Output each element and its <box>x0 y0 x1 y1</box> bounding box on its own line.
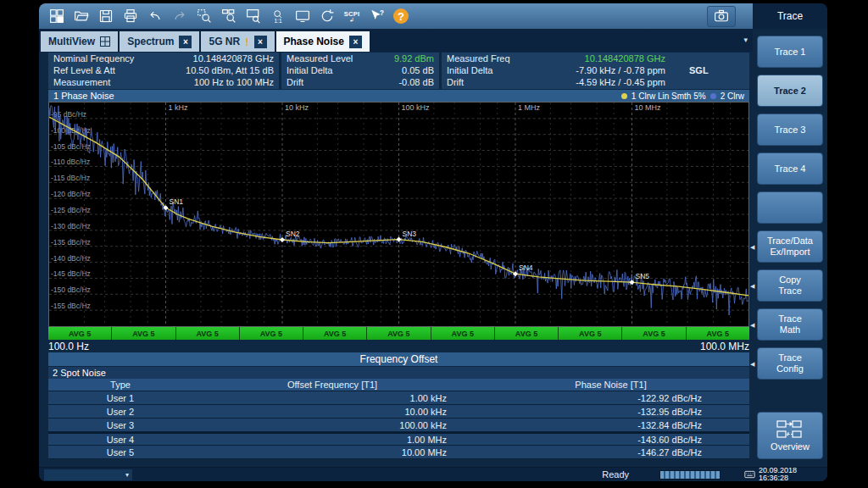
trace1-legend-label: 1 Clrw Lin Smth 5% <box>632 92 706 101</box>
avg-indicator: AVG 5 <box>48 327 112 340</box>
softkey-label: Trace <box>778 286 802 297</box>
softkey-copy-trace[interactable]: ◀CopyTrace <box>757 269 823 302</box>
refresh-icon <box>320 8 335 24</box>
help-icon: ? <box>393 8 409 24</box>
open-folder-icon <box>74 8 89 24</box>
printer-icon <box>123 8 138 24</box>
svg-text:1 MHz: 1 MHz <box>518 103 541 112</box>
avg-indicator: AVG 5 <box>431 327 495 340</box>
info-label: Initial Delta <box>287 65 332 76</box>
context-help-button[interactable]: ? <box>365 6 387 27</box>
spot-noise-title-bar: 2 Spot Noise <box>48 367 749 379</box>
main-area: 1:1 SCPI↲ ? ? MultiView Spectrum × 5G NR… <box>39 3 753 481</box>
svg-text:1 kHz: 1 kHz <box>169 103 189 112</box>
avg-indicator: AVG 5 <box>112 327 175 340</box>
scpi-recorder-button[interactable]: SCPI↲ <box>341 6 363 27</box>
info-panel-measured-freq[interactable]: Measured Freq10.148420878 GHz Initial De… <box>442 53 749 89</box>
save-button[interactable] <box>95 6 117 27</box>
softkey-trace-config[interactable]: ◀TraceConfig <box>757 347 823 380</box>
info-label: Nominal Frequency <box>53 53 134 64</box>
submenu-arrow-icon: ◀ <box>750 319 754 330</box>
start-frequency: 100.0 Hz <box>48 341 89 352</box>
info-panel-frequency[interactable]: Nominal Frequency10.148420878 GHz Ref Le… <box>48 53 279 89</box>
cell-type: User 5 <box>48 447 192 458</box>
softkey-label: Trace 3 <box>775 125 806 136</box>
cell-type: User 1 <box>48 393 192 403</box>
table-row[interactable]: User 2 10.00 kHz -132.95 dBc/Hz <box>48 405 749 419</box>
undo-button[interactable] <box>144 6 166 27</box>
info-label: Ref Level & Att <box>53 65 115 76</box>
cell-type: User 4 <box>48 435 192 445</box>
info-value: -4.59 kHz / -0.45 ppm <box>531 77 665 88</box>
analyzer-screen: 1:1 SCPI↲ ? ? MultiView Spectrum × 5G NR… <box>39 3 827 481</box>
table-row[interactable]: User 3 100.00 kHz -132.84 dBc/Hz <box>48 419 749 432</box>
cell-offset: 10.00 MHz <box>192 447 472 458</box>
column-header-noise: Phase Noise [T1] <box>472 380 749 390</box>
zoom-overview-button[interactable] <box>242 6 264 27</box>
tab-label: 5G NR <box>209 36 240 47</box>
softkey-trace-data-ex-import[interactable]: ◀Trace/DataEx/Import <box>757 230 823 263</box>
restart-measurement-button[interactable] <box>316 6 338 27</box>
close-tab-icon[interactable]: × <box>254 36 267 48</box>
avg-indicator: AVG 5 <box>240 327 303 340</box>
phase-noise-window-title-bar: 1 Phase Noise 1 Clrw Lin Smth 5% 2 Clrw <box>48 90 749 102</box>
zoom-area-button[interactable] <box>193 6 215 27</box>
info-label: Measured Freq <box>447 53 531 64</box>
table-row[interactable]: User 4 1.00 MHz -143.60 dBc/Hz <box>48 432 749 446</box>
tab-spectrum[interactable]: Spectrum × <box>120 31 199 52</box>
zoom-area-icon <box>197 8 212 24</box>
spot-noise-title: 2 Spot Noise <box>53 368 106 378</box>
svg-text:-130 dBc/Hz: -130 dBc/Hz <box>51 222 91 230</box>
redo-button[interactable] <box>169 6 191 27</box>
average-count-bar: AVG 5AVG 5AVG 5AVG 5AVG 5AVG 5AVG 5AVG 5… <box>48 327 749 340</box>
avg-indicator: AVG 5 <box>495 327 559 340</box>
info-value: 9.92 dBm <box>394 53 434 64</box>
tab-multiview[interactable]: MultiView <box>41 31 118 52</box>
svg-text:-135 dBc/Hz: -135 dBc/Hz <box>51 238 91 247</box>
svg-text:100 kHz: 100 kHz <box>402 103 431 112</box>
progress-bar <box>659 470 721 480</box>
cell-noise: -132.95 dBc/Hz <box>472 407 749 417</box>
softkey-trace-3[interactable]: Trace 3 <box>757 114 823 146</box>
table-header-row: Type Offset Frequency [T1] Phase Noise [… <box>48 379 749 391</box>
window-layout-button[interactable] <box>46 6 68 27</box>
avg-indicator: AVG 5 <box>559 327 622 340</box>
svg-text:SN1: SN1 <box>170 197 184 206</box>
zoom-1to1-button[interactable]: 1:1 <box>267 6 289 27</box>
status-dropdown[interactable]: ▾ <box>44 469 132 480</box>
softkey-trace-math[interactable]: ◀TraceMath <box>757 308 823 341</box>
table-row[interactable]: User 1 1.00 kHz -122.92 dBc/Hz <box>48 391 749 405</box>
svg-text:-140 dBc/Hz: -140 dBc/Hz <box>51 254 91 263</box>
cell-noise: -122.92 dBc/Hz <box>472 393 749 403</box>
softkey-trace-1[interactable]: Trace 1 <box>757 36 823 68</box>
table-row[interactable]: User 5 10.00 MHz -146.27 dBc/Hz <box>48 446 749 459</box>
info-value: 10.50 dBm, Att 15 dB <box>186 65 274 76</box>
softkey-overview[interactable]: Overview <box>757 412 823 459</box>
print-button[interactable] <box>120 6 142 27</box>
softkey-label: Trace 1 <box>775 47 806 58</box>
info-panel-level[interactable]: Measured Level9.92 dBm Initial Delta0.05… <box>281 53 439 89</box>
svg-text:?: ? <box>380 9 384 17</box>
zoom-multi-button[interactable] <box>218 6 240 27</box>
help-button[interactable]: ? <box>390 6 412 27</box>
softkey-label: Ex/Import <box>770 247 810 258</box>
chevron-down-icon[interactable]: ▾ <box>743 36 748 44</box>
phase-noise-chart[interactable]: -95 dBc/Hz-100 dBc/Hz-105 dBc/Hz-110 dBc… <box>48 102 749 327</box>
softkey-label: Trace 2 <box>774 86 806 97</box>
info-value: 10.148420878 GHz <box>531 53 665 64</box>
tab-phase-noise[interactable]: Phase Noise × <box>276 31 370 52</box>
window-title: 1 Phase Noise <box>53 91 114 101</box>
open-file-button[interactable] <box>70 6 92 27</box>
display-button[interactable] <box>292 6 314 27</box>
tab-5g-nr[interactable]: 5G NR ! × <box>201 31 274 52</box>
screenshot-button[interactable] <box>707 6 736 27</box>
cell-noise: -146.27 dBc/Hz <box>472 447 749 458</box>
camera-icon <box>713 8 730 24</box>
softkey-trace-2[interactable]: Trace 2 <box>757 75 823 107</box>
close-tab-icon[interactable]: × <box>179 36 192 48</box>
toolbar: 1:1 SCPI↲ ? ? <box>39 3 753 29</box>
softkey-blank[interactable] <box>757 191 823 224</box>
avg-indicator: AVG 5 <box>367 327 431 340</box>
close-tab-icon[interactable]: × <box>349 36 362 48</box>
softkey-trace-4[interactable]: Trace 4 <box>757 152 823 185</box>
